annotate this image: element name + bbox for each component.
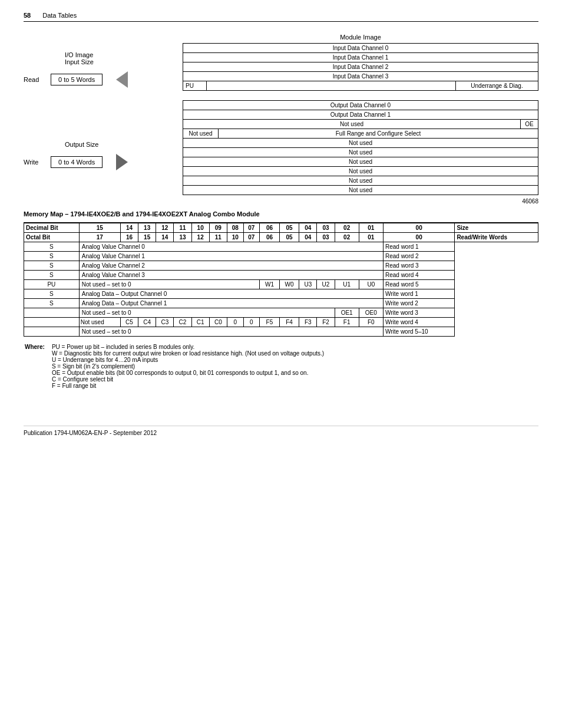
write-word-1: Write word 1: [383, 289, 454, 299]
read-word-4: Read word 4: [383, 271, 454, 280]
arrow-left-icon: [116, 71, 128, 88]
read-word-5: Read word 5: [383, 280, 454, 289]
table-row: Not used: [183, 139, 538, 148]
u1: U1: [335, 280, 359, 289]
o01: 01: [359, 233, 383, 242]
analog-ch3: Analog Value Channel 3: [79, 271, 383, 280]
oe-cell: OE: [521, 120, 538, 129]
analog-out-ch0: Analog Data – Output Channel 0: [79, 289, 383, 299]
where-table: Where: PU = Power up bit – included in s…: [24, 342, 325, 390]
h01: 01: [359, 223, 383, 233]
o02: 02: [335, 233, 359, 242]
where-label: Where:: [25, 344, 51, 389]
table-row: Not used: [183, 186, 538, 195]
output-channel-0: Output Data Channel 0: [183, 101, 538, 110]
table-row: Not used: [183, 148, 538, 157]
not-used-5: Not used: [183, 157, 538, 167]
where-line-2: W = Diagnostic bits for current output w…: [52, 350, 324, 357]
not-used-4: Not used: [183, 148, 538, 157]
octal-header-row: Octal Bit 17 16 15 14 13 12 11 10 07 06 …: [24, 233, 538, 242]
right-panel: Module Image Input Data Channel 0 Input …: [183, 34, 538, 195]
table-row: Output Data Channel 0: [183, 101, 538, 110]
decimal-bit-header: Decimal Bit: [24, 223, 80, 233]
io-image-label: I/O Image: [65, 51, 93, 58]
not-used-8: Not used: [183, 186, 538, 195]
w0: W0: [279, 280, 299, 289]
o10: 10: [227, 233, 243, 242]
page-header: 58 Data Tables: [24, 12, 538, 22]
read-word-2: Read word 2: [383, 252, 454, 261]
output-size-label: Output Size: [65, 141, 98, 148]
table-row: Where: PU = Power up bit – included in s…: [25, 344, 324, 389]
input-size-label: Input Size: [65, 58, 94, 65]
h10: 10: [191, 223, 209, 233]
o04: 04: [299, 233, 317, 242]
table-row: Not used: [183, 176, 538, 186]
octal-bit-header: Octal Bit: [24, 233, 80, 242]
o13: 13: [174, 233, 191, 242]
analog-ch1: Analog Value Channel 1: [79, 252, 383, 261]
read-word-3: Read word 3: [383, 261, 454, 271]
spacer: [183, 91, 538, 100]
table-row: Not used Full Range and Configure Select: [183, 129, 538, 139]
write-row: Write 0 to 4 Words: [24, 154, 177, 170]
write-word-4: Write word 4: [383, 318, 454, 327]
underrange-cell: Underrange & Diag.: [456, 81, 538, 91]
u3: U3: [299, 280, 317, 289]
not-used-2: Not used: [183, 129, 219, 139]
table-row: Input Data Channel 2: [183, 62, 538, 72]
decimal-header-row: Decimal Bit 15 14 13 12 11 10 09 08 07 0…: [24, 223, 538, 233]
f5: F5: [260, 318, 280, 327]
write-word-5-10: Write word 5–10: [383, 327, 454, 337]
h02: 02: [335, 223, 359, 233]
where-section: Where: PU = Power up bit – included in s…: [24, 342, 538, 390]
table-row: Not used C5 C4 C3 C2 C1 C0 0 0 F5 F4 F3 …: [24, 318, 538, 327]
table-row: Not used: [183, 167, 538, 176]
read-row: Read 0 to 5 Words: [24, 71, 177, 88]
h08: 08: [227, 223, 243, 233]
c0: C0: [209, 318, 227, 327]
prefix-s6: S: [24, 299, 80, 308]
read-label: Read: [24, 76, 46, 83]
figure-number: 46068: [24, 198, 538, 205]
empty-prefix-ww4: [24, 318, 80, 327]
table-row: Not used: [183, 157, 538, 167]
not-used-7: Not used: [183, 176, 538, 186]
table-row: Output Data Channel 1: [183, 110, 538, 120]
table-row: S Analog Value Channel 2 Read word 3: [24, 261, 538, 271]
table-row: PU Underrange & Diag.: [183, 81, 538, 91]
output-size-box: 0 to 4 Words: [51, 156, 103, 168]
diagram-area: I/O Image Input Size Read 0 to 5 Words O…: [24, 34, 538, 195]
h03: 03: [317, 223, 335, 233]
analog-ch0: Analog Value Channel 0: [79, 242, 383, 252]
o07: 07: [243, 233, 260, 242]
analog-out-ch1: Analog Data – Output Channel 1: [79, 299, 383, 308]
module-input-table: Input Data Channel 0 Input Data Channel …: [183, 43, 538, 91]
where-content: PU = Power up bit – included in series B…: [52, 344, 324, 389]
not-used-ww4: Not used: [79, 318, 120, 327]
c1: C1: [191, 318, 209, 327]
input-channel-0: Input Data Channel 0: [183, 44, 538, 53]
not-used-set0-ww3: Not used – set to 0: [79, 308, 335, 318]
where-line-1: PU = Power up bit – included in series B…: [52, 344, 324, 350]
size-header: Size: [455, 223, 538, 233]
prefix-pu: PU: [24, 280, 80, 289]
o03: 03: [317, 233, 335, 242]
page-title: Data Tables: [42, 12, 77, 19]
not-used-6: Not used: [183, 167, 538, 176]
u0: U0: [359, 280, 383, 289]
page-footer: Publication 1794-UM062A-EN-P - September…: [24, 426, 538, 436]
footer-text: Publication 1794-UM062A-EN-P - September…: [24, 430, 157, 436]
h13: 13: [138, 223, 156, 233]
o14: 14: [156, 233, 174, 242]
where-line-3: U = Underrange bits for 4…20 mA inputs: [52, 357, 324, 363]
not-used-3: Not used: [183, 139, 538, 148]
h05: 05: [279, 223, 299, 233]
table-row: S Analog Value Channel 1 Read word 2: [24, 252, 538, 261]
prefix-s3: S: [24, 261, 80, 271]
output-size-group: Output Size: [24, 141, 177, 148]
output-channel-1: Output Data Channel 1: [183, 110, 538, 120]
h00: 00: [383, 223, 454, 233]
where-line-7: F = Full range bit: [52, 383, 324, 389]
zero2: 0: [243, 318, 260, 327]
